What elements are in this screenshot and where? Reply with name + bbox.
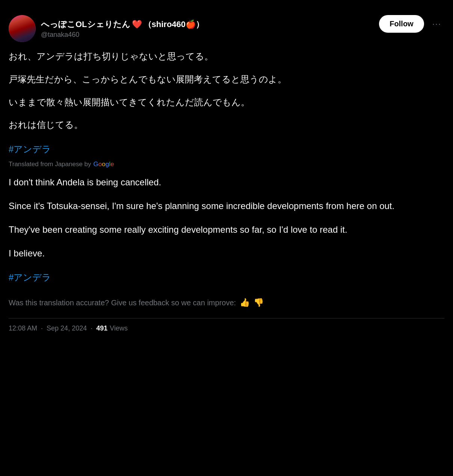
hashtag-translated[interactable]: #アンデラ (9, 271, 51, 283)
translation-label: Translated from Japanese by Google (9, 161, 444, 168)
display-name: へっぽこOLシェりたん ❤️ （shiro460🍎） (41, 19, 204, 30)
follow-button[interactable]: Follow (379, 15, 424, 33)
thumbs-up-icon[interactable]: 👍 (240, 298, 250, 308)
more-options-button[interactable]: ··· (429, 18, 444, 30)
header-left: へっぽこOLシェりたん ❤️ （shiro460🍎） @tanaka460 (9, 15, 204, 42)
feedback-section: Was this translation accurate? Give us f… (9, 298, 444, 308)
japanese-line-3: いままで散々熱い展開描いてきてくれたんだ読んでもん。 (9, 95, 444, 110)
tweet-date: Sep 24, 2024 (47, 324, 87, 332)
heart-icon: ❤️ (132, 20, 142, 29)
user-info: へっぽこOLシェりたん ❤️ （shiro460🍎） @tanaka460 (41, 19, 204, 39)
translated-line-2: Since it's Totsuka-sensei, I'm sure he's… (9, 199, 444, 214)
views-label: Views (110, 324, 128, 332)
tweet-time: 12:08 AM (9, 324, 37, 332)
translated-line-4: I believe. (9, 246, 444, 261)
translated-line-3: They've been creating some really exciti… (9, 222, 444, 238)
japanese-text: おれ、アンデラは打ち切りじゃないと思ってる。 戸塚先生だから、こっからとんでもな… (9, 49, 444, 133)
translated-line-1: I don't think Andela is being cancelled. (9, 175, 444, 190)
separator-2: · (91, 324, 92, 332)
feedback-text: Was this translation accurate? Give us f… (9, 299, 236, 307)
views-count: 491 (96, 324, 107, 332)
hashtag-original[interactable]: #アンデラ (9, 143, 51, 155)
thumbs-down-icon[interactable]: 👎 (254, 298, 264, 308)
footer-metadata: 12:08 AM · Sep 24, 2024 · 491 Views (9, 324, 444, 332)
tweet-header: へっぽこOLシェりたん ❤️ （shiro460🍎） @tanaka460 Fo… (9, 15, 444, 42)
translated-by-text: Translated from Japanese by (9, 161, 91, 168)
tweet-container: へっぽこOLシェりたん ❤️ （shiro460🍎） @tanaka460 Fo… (9, 8, 444, 468)
google-logo: Google (94, 161, 114, 168)
japanese-line-1: おれ、アンデラは打ち切りじゃないと思ってる。 (9, 49, 444, 64)
translated-text: I don't think Andela is being cancelled.… (9, 175, 444, 261)
japanese-line-2: 戸塚先生だから、こっからとんでもない展開考えてると思うのよ。 (9, 72, 444, 87)
separator-1: · (41, 324, 43, 332)
header-right: Follow ··· (379, 15, 444, 33)
tweet-body: おれ、アンデラは打ち切りじゃないと思ってる。 戸塚先生だから、こっからとんでもな… (9, 49, 444, 308)
username-suffix: （shiro460🍎） (143, 19, 204, 30)
username[interactable]: @tanaka460 (41, 31, 204, 39)
avatar[interactable] (9, 15, 36, 42)
display-name-text: へっぽこOLシェりたん (41, 19, 130, 30)
tweet-footer: 12:08 AM · Sep 24, 2024 · 491 Views (9, 318, 444, 332)
japanese-line-4: おれは信じてる。 (9, 117, 444, 133)
